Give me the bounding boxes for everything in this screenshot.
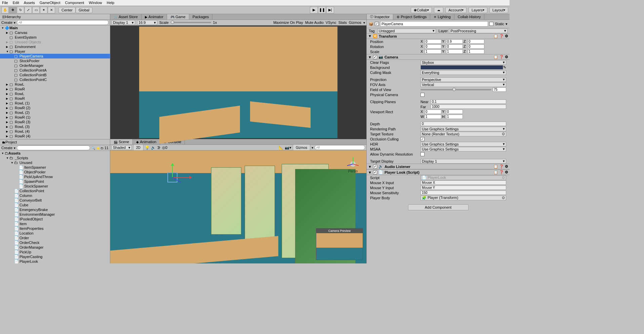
game-view[interactable]: [110, 26, 366, 139]
tab-inspector[interactable]: ⓘ Inspector: [367, 14, 393, 19]
scale-z[interactable]: [468, 49, 484, 54]
audio-icon[interactable]: 🔊: [151, 145, 156, 150]
scene-gizmos[interactable]: Gizmos: [293, 144, 310, 151]
rotate-tool[interactable]: ↻: [17, 7, 24, 13]
display-dropdown[interactable]: Display 1▾: [112, 20, 135, 25]
playerbody-field[interactable]: 🧩 Player (Transform)⊙: [420, 196, 506, 200]
project-item[interactable]: 📄Cube: [0, 203, 110, 207]
audiolistener-component[interactable]: ▼ 🔊 Audio Listener📋 ❓ ⚙: [367, 164, 510, 169]
project-create[interactable]: Create: [1, 146, 12, 150]
rect-tool[interactable]: ▭: [32, 7, 40, 13]
transform-tool[interactable]: ✦: [40, 7, 47, 13]
play-button[interactable]: ▶: [310, 7, 318, 13]
fovaxis-dropdown[interactable]: Vertical▾: [420, 82, 506, 87]
project-item[interactable]: 📄CollectionPoint: [0, 189, 110, 193]
hierarchy-item[interactable]: ▶▢RowR: [0, 87, 110, 91]
depth-field[interactable]: [420, 122, 506, 126]
tag-dropdown[interactable]: Untagged▾: [377, 29, 436, 33]
targettex-field[interactable]: None (Render Texture)⊙: [420, 132, 506, 136]
project-item[interactable]: 📄Location: [0, 231, 110, 236]
project-item[interactable]: 📄IPooledObject: [0, 217, 110, 221]
hierarchy-item[interactable]: ▶▢RowR (4): [0, 134, 110, 138]
tab-assetstore[interactable]: 🛒 Asset Store: [110, 14, 142, 19]
hierarchy-create[interactable]: Create: [1, 20, 12, 25]
pos-z[interactable]: [468, 39, 484, 44]
scale-slider[interactable]: [171, 22, 211, 23]
camera-component[interactable]: ▼ 📷 Camera📋 ❓ ⚙: [367, 54, 510, 60]
static-checkbox[interactable]: [489, 22, 493, 26]
menu-window[interactable]: Window: [89, 1, 102, 5]
rot-z[interactable]: [468, 44, 484, 49]
project-item[interactable]: 📄PlayerLook: [0, 259, 110, 263]
pivot-rotation[interactable]: Global: [76, 7, 92, 13]
project-item[interactable]: 📄EmergencyBrake: [0, 207, 110, 212]
rot-y[interactable]: [446, 44, 463, 49]
menu-gameobject[interactable]: GameObject: [40, 1, 61, 5]
hierarchy-item[interactable]: ▶▢RowR (2): [0, 106, 110, 110]
hierarchy-item[interactable]: ▢CollectionPointA: [0, 68, 110, 73]
scale-x[interactable]: [425, 49, 441, 54]
near-field[interactable]: [431, 99, 506, 104]
hierarchy-item[interactable]: ▶▢RowR: [0, 96, 110, 101]
hierarchy-item[interactable]: ▢OrderManager: [0, 63, 110, 68]
hierarchy-item[interactable]: ▢CollectionPointC: [0, 77, 110, 82]
vsync-toggle[interactable]: VSync: [326, 20, 336, 25]
vp-x[interactable]: [425, 110, 441, 114]
rot-x[interactable]: [425, 44, 441, 49]
hierarchy-item[interactable]: ▶▢RowL (2): [0, 110, 110, 115]
orientation-gizmo[interactable]: Persp: [345, 156, 361, 172]
project-item[interactable]: 📄PickUpAndThrow: [0, 174, 110, 179]
playerlook-component[interactable]: ▼ 📄 Player Look (Script)📋 ❓ ⚙: [367, 169, 510, 175]
hierarchy-item[interactable]: ▶▢RowL (1): [0, 101, 110, 106]
tab-game[interactable]: 🎮 Game: [167, 14, 189, 19]
menu-component[interactable]: Component: [65, 1, 84, 5]
maximize-toggle[interactable]: Maximize On Play: [273, 20, 303, 25]
projection-dropdown[interactable]: Perspective▾: [420, 77, 506, 82]
tab-collab-history[interactable]: Collab History: [454, 14, 484, 19]
occlusion-checkbox[interactable]: [420, 137, 425, 141]
clearflags-dropdown[interactable]: Skybox▾: [420, 60, 506, 65]
vp-h[interactable]: [446, 115, 463, 119]
light-icon[interactable]: 💡: [145, 145, 150, 150]
hierarchy-item[interactable]: ▢StockPooler: [0, 58, 110, 63]
hierarchy-item[interactable]: ▶▢RowR (3): [0, 120, 110, 124]
project-tab[interactable]: 🖿 Project: [0, 139, 110, 145]
project-search[interactable]: [17, 145, 90, 150]
mute-toggle[interactable]: Mute Audio: [305, 20, 324, 25]
project-item[interactable]: 📄OrderCheck: [0, 240, 110, 245]
menu-assets[interactable]: Assets: [24, 1, 35, 5]
camera-icon[interactable]: 📷▾: [285, 145, 291, 150]
cloud-button[interactable]: ☁: [434, 7, 443, 13]
pos-x[interactable]: [425, 39, 441, 44]
renderpath-dropdown[interactable]: Use Graphics Settings▾: [420, 127, 506, 131]
cullingmask-dropdown[interactable]: Everything▾: [420, 70, 506, 75]
sensitivity-field[interactable]: [420, 191, 506, 195]
snap-icon[interactable]: 📐: [279, 145, 283, 150]
assets-root[interactable]: ▼🗀 Assets: [0, 151, 110, 156]
hierarchy-item[interactable]: ▼▢Player: [0, 49, 110, 54]
shading-dropdown[interactable]: Shaded▾: [112, 145, 132, 150]
vp-w[interactable]: [425, 115, 441, 119]
aspect-dropdown[interactable]: 16:9▾: [137, 20, 157, 25]
scale-y[interactable]: [446, 49, 463, 54]
menu-edit[interactable]: Edit: [13, 1, 19, 5]
vp-y[interactable]: [446, 110, 463, 114]
hdr-dropdown[interactable]: Use Graphics Settings▾: [420, 142, 506, 147]
hierarchy-item[interactable]: ▢EventSystem: [0, 35, 110, 40]
account-dropdown[interactable]: Account ▾: [445, 7, 467, 13]
hierarchy-item[interactable]: ▶▢RowL (4): [0, 129, 110, 134]
pause-button[interactable]: ❚❚: [318, 7, 326, 13]
scene-search[interactable]: [315, 145, 365, 150]
gameobject-name-field[interactable]: [380, 21, 488, 27]
hierarchy-item[interactable]: ▶▢Environment: [0, 44, 110, 49]
project-item[interactable]: 📄Item: [0, 221, 110, 226]
hierarchy-item[interactable]: ▶▢Canvas: [0, 30, 110, 35]
gizmos-toggle[interactable]: Gizmos: [349, 20, 361, 25]
hierarchy-item[interactable]: ▶▢RowL (3): [0, 124, 110, 129]
add-component-button[interactable]: Add Component: [408, 204, 469, 210]
targetdisplay-dropdown[interactable]: Display 1▾: [420, 159, 506, 164]
tab-lighting[interactable]: ☀ Lighting: [430, 14, 454, 19]
menu-file[interactable]: File: [2, 1, 8, 5]
fov-slider[interactable]: [420, 89, 491, 90]
dynres-checkbox[interactable]: [420, 152, 425, 156]
